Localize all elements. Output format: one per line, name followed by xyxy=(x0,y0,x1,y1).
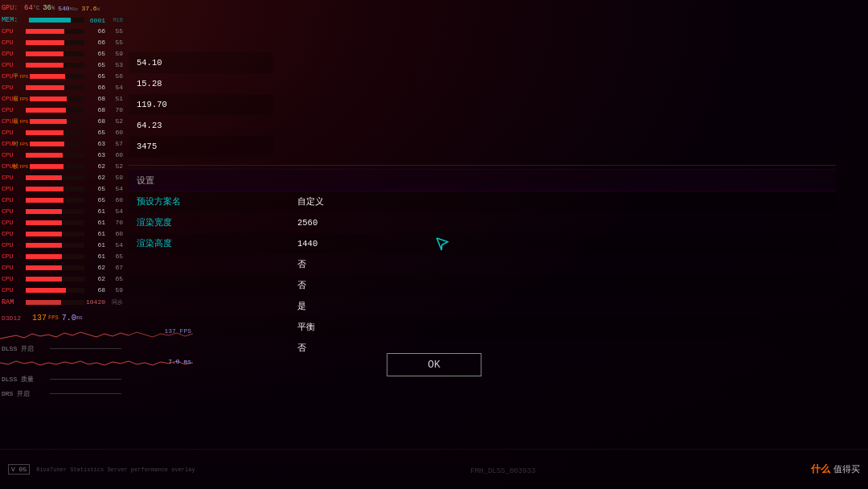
section-title: 设置 xyxy=(137,175,154,187)
ok-button[interactable]: OK xyxy=(387,353,481,376)
bottom-right: 什么 值得买 xyxy=(811,462,860,476)
preset-row: 预设方案名 自定义 xyxy=(129,191,836,212)
bottom-bar: V 05 RivaTuner Statistics Server perform… xyxy=(0,449,868,489)
width-row: 渲染宽度 2560 xyxy=(129,212,836,233)
val-row-4: 64.23 xyxy=(129,115,273,136)
cpu-bar-1 xyxy=(26,29,64,34)
val-row-2: 15.28 xyxy=(129,73,273,94)
val-row-1: 54.10 xyxy=(129,52,273,73)
mem-label: MEM: xyxy=(2,16,27,24)
gpu-clock: 540MHz xyxy=(58,5,78,12)
brand-text: 什么 xyxy=(811,462,830,476)
ok-btn-container: OK xyxy=(387,353,481,376)
opt7-value: 平衡 xyxy=(297,322,315,333)
cpu-label-1: CPU xyxy=(2,26,24,37)
cpu-val2-1: 55 xyxy=(107,26,123,37)
version-badge: V 05 xyxy=(8,464,30,475)
watermark-text: FMH_DLSS_003933 xyxy=(470,467,535,475)
gpu-label: GPU: xyxy=(2,4,24,12)
separator-line xyxy=(129,165,836,166)
width-label: 渲染宽度 xyxy=(137,217,297,228)
bottom-text: RivaTuner Statistics Server performance … xyxy=(36,466,194,473)
opt4-row: 否 xyxy=(129,254,836,275)
cpu-val1-1: 66 xyxy=(86,26,105,37)
mem-bar xyxy=(29,18,71,23)
values-column: 54.10 15.28 119.70 64.23 3475 xyxy=(129,52,273,157)
brand-subtext: 值得买 xyxy=(833,463,860,475)
settings-table: 54.10 15.28 119.70 64.23 3475 设置 预设方案名 xyxy=(129,52,836,384)
preset-label: 预设方案名 xyxy=(137,196,297,208)
bottom-left: V 05 RivaTuner Statistics Server perform… xyxy=(8,464,195,475)
opt7-row: 平衡 xyxy=(129,317,836,338)
height-value: 1440 xyxy=(297,239,317,249)
preset-value: 自定义 xyxy=(297,196,324,208)
val-row-3: 119.70 xyxy=(129,94,273,115)
val-row-5: 3475 xyxy=(129,136,273,157)
mem-bar-container xyxy=(29,18,84,23)
opt5-row: 否 xyxy=(129,275,836,296)
cpu-row-1: CPU6655 xyxy=(0,26,125,37)
mem-row: MEM: 6001 MiB xyxy=(0,14,125,26)
opt4-value: 否 xyxy=(297,259,306,270)
width-value: 2560 xyxy=(297,218,317,228)
gpu-power: 37.6W xyxy=(81,5,100,12)
opt6-row: 是 xyxy=(129,296,836,317)
section-header: 设置 xyxy=(129,169,836,191)
gpu-temp: 64°C xyxy=(24,4,39,12)
settings-items: 预设方案名 自定义 渲染宽度 2560 渲染高度 1440 否 否 是 xyxy=(129,191,836,359)
opt8-row: 否 xyxy=(129,338,836,359)
height-row: 渲染高度 1440 xyxy=(129,233,836,254)
mem-val: 6001 xyxy=(86,17,105,24)
opt6-value: 是 xyxy=(297,301,306,312)
cpu-bar-container-1 xyxy=(26,29,84,34)
opt8-value: 否 xyxy=(297,343,306,354)
mem-unit: MiB xyxy=(107,17,123,23)
gpu-load: 36% xyxy=(43,4,55,12)
bottom-center: FMH_DLSS_003933 xyxy=(470,462,535,477)
opt5-value: 否 xyxy=(297,280,306,291)
gpu-row: GPU: 64°C 36% 540MHz 37.6W xyxy=(0,2,125,14)
height-label: 渲染高度 xyxy=(137,238,297,249)
